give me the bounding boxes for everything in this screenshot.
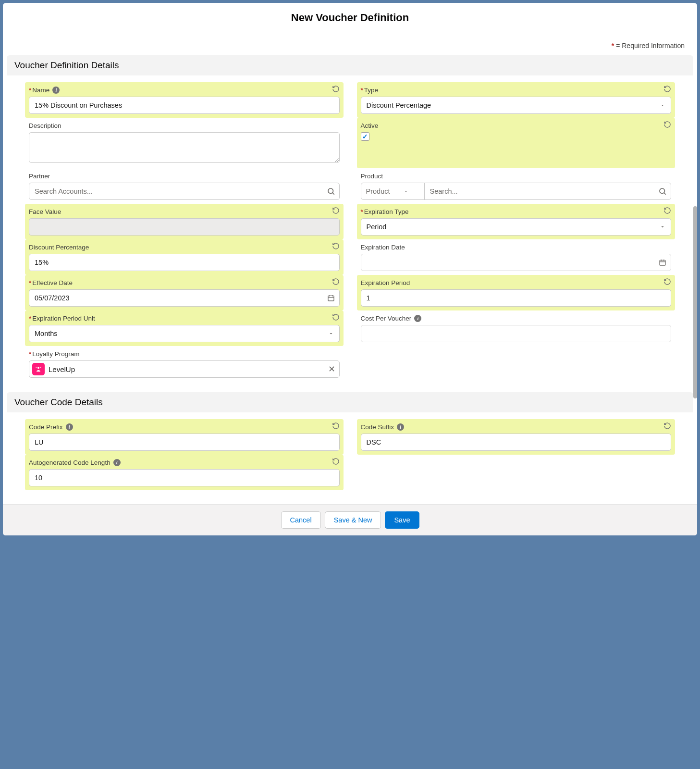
svg-point-14: [40, 367, 41, 368]
product-combo[interactable]: Product Search...: [361, 183, 672, 200]
partner-lookup[interactable]: Search Accounts...: [29, 183, 340, 200]
active-checkbox[interactable]: ✓: [361, 132, 369, 141]
discount-pct-label: Discount Percentage: [29, 244, 89, 251]
exp-type-value: Period: [367, 223, 387, 231]
field-description: Description: [25, 118, 344, 168]
chevron-down-icon: [403, 188, 409, 194]
field-expiration-type: *Expiration Type Period: [357, 204, 675, 239]
save-button[interactable]: Save: [385, 511, 419, 529]
field-type: *Type Discount Percentage: [357, 82, 675, 118]
cost-per-input[interactable]: [361, 325, 672, 342]
discount-pct-input[interactable]: [29, 254, 340, 271]
close-icon[interactable]: ✕: [328, 364, 335, 374]
svg-line-1: [332, 193, 334, 195]
info-icon[interactable]: i: [66, 423, 73, 431]
svg-point-2: [660, 188, 665, 194]
svg-point-13: [36, 367, 37, 368]
undo-icon[interactable]: [663, 422, 671, 430]
save-new-button[interactable]: Save & New: [325, 511, 381, 529]
product-label: Product: [361, 173, 383, 180]
description-textarea[interactable]: [29, 132, 340, 163]
field-active: Active ✓: [357, 118, 675, 168]
section-header-details: Voucher Definition Details: [7, 55, 693, 75]
loyalty-icon: [32, 363, 45, 375]
required-text: = Required Information: [616, 42, 685, 50]
info-icon[interactable]: i: [52, 87, 60, 94]
field-code-prefix: Code Prefix i: [25, 419, 344, 455]
loyalty-value: LevelUp: [49, 365, 324, 373]
field-loyalty: *Loyalty Program LevelUp ✕: [25, 346, 344, 382]
scrollbar-thumb[interactable]: [693, 206, 697, 398]
modal-body: * = Required Information Voucher Definit…: [3, 31, 697, 504]
name-input[interactable]: [29, 97, 340, 114]
field-name: *Name i: [25, 82, 344, 118]
field-discount-pct: Discount Percentage: [25, 239, 344, 275]
exp-date-input[interactable]: [361, 254, 672, 271]
svg-point-12: [37, 367, 39, 369]
required-star: *: [612, 42, 614, 50]
eff-date-input[interactable]: [29, 289, 340, 307]
details-grid: *Name i *Type Discount Percentage: [7, 77, 693, 392]
field-face-value: Face Value: [25, 204, 344, 239]
code-prefix-label: Code Prefix: [29, 423, 63, 431]
undo-icon[interactable]: [332, 85, 340, 93]
type-select[interactable]: Discount Percentage: [361, 97, 672, 114]
undo-icon[interactable]: [663, 85, 671, 93]
field-code-length: Autogenerated Code Length i: [25, 455, 344, 490]
exp-period-label: Expiration Period: [361, 279, 410, 286]
undo-icon[interactable]: [332, 422, 340, 430]
field-exp-unit: *Expiration Period Unit Months: [25, 310, 344, 346]
check-icon: ✓: [362, 133, 368, 140]
info-icon[interactable]: i: [397, 423, 404, 431]
svg-line-3: [664, 193, 666, 195]
code-grid: Code Prefix i Code Suffix i: [7, 414, 693, 501]
required-info: * = Required Information: [3, 31, 697, 55]
modal-title: New Voucher Definition: [3, 12, 697, 24]
undo-icon[interactable]: [663, 207, 671, 214]
undo-icon[interactable]: [332, 207, 340, 214]
undo-icon[interactable]: [663, 121, 671, 128]
active-label: Active: [361, 122, 379, 129]
new-voucher-modal: New Voucher Definition * = Required Info…: [3, 3, 697, 535]
loyalty-label: Loyalty Program: [32, 350, 79, 358]
code-prefix-input[interactable]: [29, 434, 340, 451]
chevron-down-icon: [328, 331, 334, 336]
type-label: Type: [364, 87, 378, 94]
cost-per-label: Cost Per Voucher: [361, 315, 412, 322]
loyalty-pill[interactable]: LevelUp ✕: [29, 360, 340, 378]
description-label: Description: [29, 122, 61, 129]
type-value: Discount Percentage: [367, 101, 431, 109]
undo-icon[interactable]: [332, 458, 340, 465]
modal-header: New Voucher Definition: [3, 3, 697, 31]
partner-placeholder: Search Accounts...: [35, 187, 327, 195]
exp-type-select[interactable]: Period: [361, 218, 672, 236]
product-entity-select[interactable]: Product: [361, 183, 425, 199]
field-cost-per: Cost Per Voucher i: [357, 310, 675, 346]
code-len-label: Autogenerated Code Length: [29, 459, 111, 466]
exp-type-label: Expiration Type: [364, 208, 409, 215]
chevron-down-icon: [660, 224, 665, 230]
info-icon[interactable]: i: [113, 459, 121, 466]
undo-icon[interactable]: [663, 278, 671, 285]
info-icon[interactable]: i: [414, 315, 421, 322]
code-suffix-input[interactable]: [361, 434, 672, 451]
partner-label: Partner: [29, 173, 50, 180]
exp-period-input[interactable]: [361, 289, 672, 307]
svg-point-0: [328, 188, 333, 194]
field-effective-date: *Effective Date: [25, 275, 344, 310]
code-len-input[interactable]: [29, 469, 340, 486]
eff-date-label: Effective Date: [32, 279, 73, 286]
exp-unit-label: Expiration Period Unit: [32, 315, 95, 322]
undo-icon[interactable]: [332, 313, 340, 321]
name-label: Name: [32, 87, 49, 94]
exp-unit-select[interactable]: Months: [29, 325, 340, 342]
cancel-button[interactable]: Cancel: [281, 511, 321, 529]
exp-date-label: Expiration Date: [361, 244, 405, 251]
exp-unit-value: Months: [35, 330, 58, 337]
field-partner: Partner Search Accounts...: [25, 168, 344, 204]
product-search[interactable]: Search...: [425, 183, 671, 199]
undo-icon[interactable]: [332, 278, 340, 285]
section-header-code: Voucher Code Details: [7, 392, 693, 412]
undo-icon[interactable]: [332, 242, 340, 250]
field-expiration-period: Expiration Period: [357, 275, 675, 310]
